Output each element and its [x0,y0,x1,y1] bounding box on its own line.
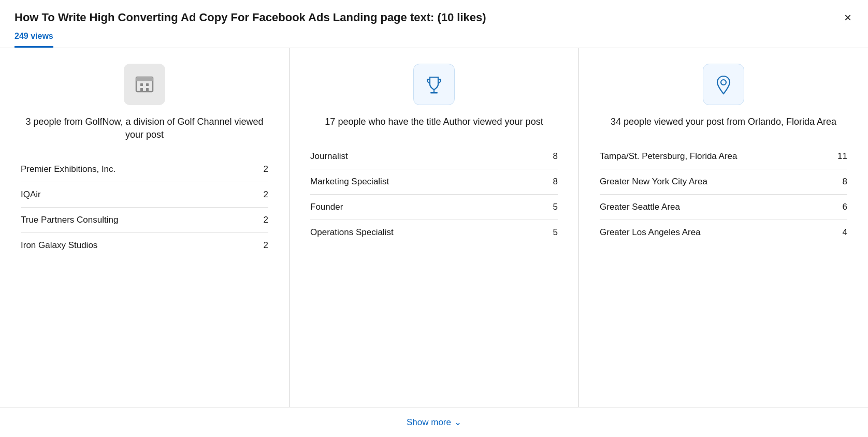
location-name: Greater Seattle Area [600,202,837,212]
list-item: Iron Galaxy Studios 2 [21,233,268,258]
location-name: Greater Los Angeles Area [600,227,837,238]
show-more-bar: Show more ⌄ [0,407,868,437]
svg-rect-1 [136,77,153,81]
svg-point-8 [721,80,726,85]
list-item: Marketing Specialist 8 [310,169,558,195]
svg-rect-3 [146,83,149,86]
titles-icon-wrapper [310,64,558,105]
titles-column: 17 people who have the title Author view… [290,48,579,407]
location-pin-icon [703,64,744,105]
title-count: 8 [547,177,558,187]
location-count: 11 [837,151,847,162]
location-name: Tampa/St. Petersburg, Florida Area [600,151,837,162]
company-name: Iron Galaxy Studios [21,240,258,251]
svg-rect-7 [430,92,438,94]
location-count: 4 [837,227,847,238]
modal-title: How To Write High Converting Ad Copy For… [15,10,486,25]
show-more-button[interactable]: Show more ⌄ [407,417,461,428]
companies-summary: 3 people from GolfNow, a division of Gol… [21,115,268,141]
company-count: 2 [258,240,268,251]
companies-list: Premier Exhibitions, Inc. 2 IQAir 2 True… [21,157,268,258]
list-item: Greater Seattle Area 6 [600,195,847,220]
title-name: Operations Specialist [310,227,547,238]
chevron-down-icon: ⌄ [454,417,461,428]
tabs-bar: 249 views [0,25,868,48]
companies-column: 3 people from GolfNow, a division of Gol… [0,48,290,407]
companies-icon-wrapper [21,64,268,105]
location-count: 8 [837,177,847,187]
company-count: 2 [258,190,268,200]
titles-summary: 17 people who have the title Author view… [310,115,558,128]
title-name: Founder [310,202,547,212]
locations-column: 34 people viewed your post from Orlando,… [579,48,868,407]
title-count: 5 [547,227,558,238]
svg-rect-5 [146,88,149,92]
titles-list: Journalist 8 Marketing Specialist 8 Foun… [310,144,558,245]
location-count: 6 [837,202,847,212]
title-name: Marketing Specialist [310,177,547,187]
list-item: Journalist 8 [310,144,558,169]
locations-icon-wrapper [600,64,847,105]
list-item: Tampa/St. Petersburg, Florida Area 11 [600,144,847,169]
modal-container: How To Write High Converting Ad Copy For… [0,0,868,437]
svg-rect-4 [140,88,143,92]
title-name: Journalist [310,151,547,162]
locations-list: Tampa/St. Petersburg, Florida Area 11 Gr… [600,144,847,245]
list-item: Operations Specialist 5 [310,220,558,245]
content-area: 3 people from GolfNow, a division of Gol… [0,48,868,407]
title-count: 8 [547,151,558,162]
locations-summary: 34 people viewed your post from Orlando,… [600,115,847,128]
company-count: 2 [258,164,268,174]
svg-rect-2 [140,83,143,86]
company-name: True Partners Consulting [21,215,258,225]
list-item: Premier Exhibitions, Inc. 2 [21,157,268,182]
close-button[interactable]: × [842,11,853,24]
show-more-label: Show more [407,417,451,428]
list-item: Founder 5 [310,195,558,220]
list-item: Greater Los Angeles Area 4 [600,220,847,245]
trophy-icon [413,64,455,105]
building-icon [124,64,165,105]
company-name: Premier Exhibitions, Inc. [21,164,258,174]
title-count: 5 [547,202,558,212]
list-item: Greater New York City Area 8 [600,169,847,195]
location-name: Greater New York City Area [600,177,837,187]
list-item: IQAir 2 [21,182,268,208]
company-count: 2 [258,215,268,225]
list-item: True Partners Consulting 2 [21,208,268,233]
company-name: IQAir [21,190,258,200]
modal-header: How To Write High Converting Ad Copy For… [0,0,868,25]
tab-views[interactable]: 249 views [15,32,53,48]
